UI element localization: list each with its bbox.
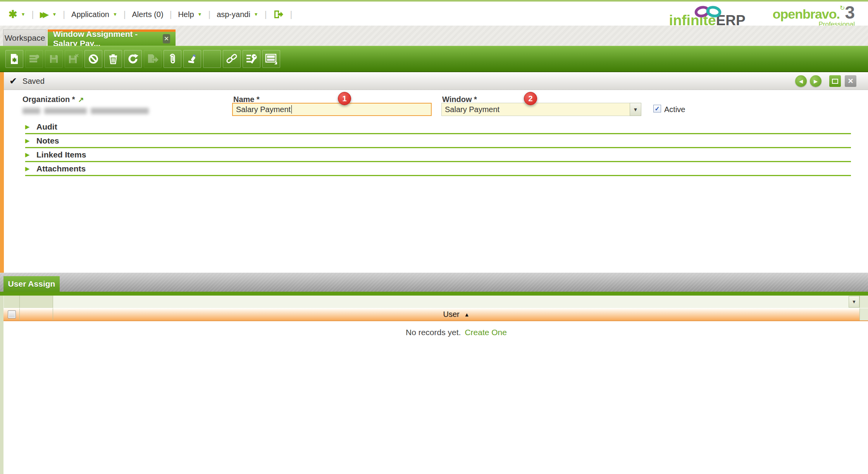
grid-spacer-column [859, 296, 868, 308]
section-audit[interactable]: ▶ Audit [25, 120, 851, 134]
export-button[interactable] [144, 50, 162, 68]
previous-record-button[interactable]: ◀ [795, 75, 807, 87]
expand-arrow-icon: ▶ [25, 123, 36, 130]
toolbar: ✱ ✕ [0, 46, 868, 72]
filter-checkbox-cell [4, 296, 20, 308]
menu-divider: | [208, 9, 210, 19]
application-menu[interactable]: Application ▼ [71, 10, 117, 19]
user-filter-input[interactable] [53, 296, 849, 308]
grid-left-edge [0, 296, 3, 474]
section-notes[interactable]: ▶ Notes [25, 134, 851, 148]
app-window: ✱ ▼ | ▶▶ ▼ | Application ▼ | Alerts (0) … [0, 0, 868, 474]
select-all-checkbox-icon [8, 310, 16, 318]
chevron-down-icon[interactable]: ▼ [21, 12, 26, 17]
trash-icon [108, 54, 118, 64]
chevron-down-icon[interactable]: ▼ [52, 12, 57, 17]
create-one-link[interactable]: Create One [465, 328, 507, 337]
save-close-button[interactable]: ✕ [65, 50, 83, 68]
next-record-button[interactable]: ▶ [810, 75, 822, 87]
new-document-icon: ✱ [9, 53, 19, 65]
grid-spacer-column [859, 308, 868, 320]
expand-arrow-icon: ▶ [25, 165, 36, 172]
logout-button[interactable] [273, 9, 284, 20]
delete-button[interactable] [104, 50, 122, 68]
tab-window-assignment[interactable]: Window Assignment - Salary Pay... ✕ [48, 29, 176, 46]
export-icon [147, 54, 158, 64]
user-menu[interactable]: asp-yandi ▼ [217, 10, 258, 19]
infinity-icon [691, 5, 726, 19]
chevron-down-icon: ▼ [254, 12, 258, 17]
name-input[interactable]: Salary Payment [232, 103, 432, 116]
user-column-header[interactable]: User ▲ [53, 308, 859, 320]
paperclip-icon [168, 53, 177, 65]
link-icon [226, 53, 238, 65]
tab-strip: Workspace Window Assignment - Salary Pay… [0, 26, 868, 46]
refresh-button[interactable] [124, 50, 142, 68]
chevron-down-icon: ▼ [113, 12, 117, 17]
toggle-view-button[interactable] [262, 50, 280, 68]
save-icon [49, 54, 59, 64]
asterisk-icon: ✱ [9, 8, 17, 21]
grid-body: No records yet.Create One [0, 321, 868, 474]
subtab-accent-strip [0, 292, 868, 296]
child-tab-bar: User Assign [0, 273, 868, 292]
window-input[interactable]: Salary Payment [441, 103, 630, 116]
top-menu-bar: ✱ ▼ | ▶▶ ▼ | Application ▼ | Alerts (0) … [0, 0, 868, 26]
tab-workspace[interactable]: Workspace [3, 29, 46, 46]
expand-arrow-icon: ▶ [25, 137, 36, 144]
svg-text:✱: ✱ [12, 57, 17, 63]
grid-rows-icon [29, 54, 40, 64]
row-tools-header-cell [20, 308, 53, 320]
section-linked-items[interactable]: ▶ Linked Items [25, 148, 851, 162]
alerts-menu[interactable]: Alerts (0) [132, 10, 164, 19]
select-all-header-cell[interactable] [4, 308, 20, 320]
expand-arrow-icon: ▶ [25, 151, 36, 158]
split-window-icon [265, 53, 277, 65]
organization-value-redacted [22, 108, 149, 114]
link-button[interactable] [223, 50, 241, 68]
annotation-badge-1: 1 [338, 92, 351, 105]
quick-launch-menu-button[interactable]: ▶▶ ▼ [40, 10, 57, 19]
form-accent-stripe [0, 72, 4, 273]
workspace-menu-button[interactable]: ✱ ▼ [9, 8, 26, 21]
audit-tools-button[interactable] [243, 50, 260, 68]
brand-logos: infiniteERP openbravo.↻3 Professional [669, 5, 856, 28]
annotation-badge-2: 2 [524, 92, 537, 105]
undo-button[interactable] [84, 50, 102, 68]
save-button[interactable] [45, 50, 63, 68]
tab-user-assign[interactable]: User Assign [3, 276, 60, 292]
arrow-right-icon: ▶ [814, 78, 818, 84]
chevron-down-icon: ▼ [633, 107, 638, 112]
record-form: Organization *↗ Name * Salary Payment 1 … [0, 90, 868, 273]
wrench-list-icon [246, 53, 257, 65]
collapsible-sections: ▶ Audit ▶ Notes ▶ Linked Items ▶ Attachm… [25, 120, 851, 176]
organization-link-icon[interactable]: ↗ [78, 96, 84, 104]
filter-dropdown-button[interactable]: ▼ [849, 296, 859, 308]
infinite-erp-logo: infiniteERP [669, 7, 745, 28]
maximize-icon [832, 79, 838, 84]
tab-close-button[interactable]: ✕ [163, 34, 170, 43]
window-dropdown-button[interactable]: ▼ [630, 103, 641, 116]
new-row-button[interactable] [25, 50, 43, 68]
save-close-icon: ✕ [68, 53, 79, 65]
menu-divider: | [290, 9, 292, 19]
help-menu[interactable]: Help ▼ [178, 10, 202, 19]
chevron-down-icon: ▼ [852, 299, 856, 304]
stamp-icon [187, 54, 198, 64]
svg-text:✕: ✕ [75, 53, 79, 59]
toolbar-spacer-button [203, 50, 221, 68]
close-form-button[interactable]: ✕ [845, 75, 856, 87]
refresh-icon [127, 53, 139, 65]
attachments-button[interactable] [164, 50, 181, 68]
filter-edit-cell [20, 296, 53, 308]
active-checkbox[interactable]: ✓ [653, 105, 661, 112]
clone-button[interactable] [183, 50, 201, 68]
section-attachments[interactable]: ▶ Attachments [25, 162, 851, 176]
text-cursor [291, 105, 292, 114]
maximize-button[interactable] [829, 75, 841, 87]
logout-icon [273, 9, 284, 20]
organization-label: Organization *↗ [22, 95, 84, 104]
new-document-button[interactable]: ✱ [5, 50, 23, 68]
sort-ascending-icon: ▲ [464, 311, 470, 318]
close-icon: ✕ [847, 77, 853, 85]
